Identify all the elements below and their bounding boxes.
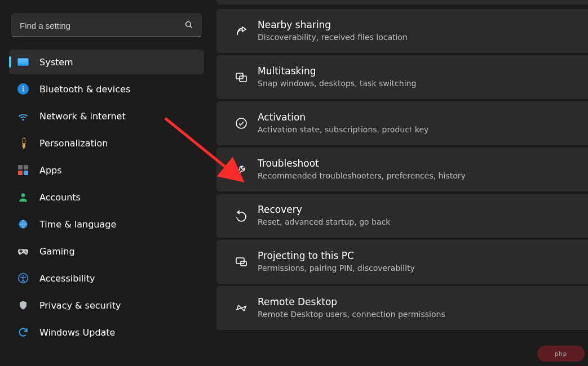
wifi-icon — [17, 110, 29, 122]
sidebar-item-label: Apps — [39, 165, 62, 176]
globe-clock-icon — [17, 218, 29, 230]
sidebar-item-label: Accounts — [39, 192, 81, 203]
card-activation[interactable]: Activation Activation state, subscriptio… — [216, 101, 588, 145]
apps-icon — [17, 164, 29, 176]
update-icon — [17, 326, 29, 338]
card-title: Troubleshoot — [258, 158, 466, 169]
sidebar-item-personalization[interactable]: 🖌 Personalization — [9, 131, 204, 155]
card-remote-desktop[interactable]: Remote Desktop Remote Desktop users, con… — [216, 286, 588, 330]
gamepad-icon — [17, 245, 29, 257]
card-title: Projecting to this PC — [258, 250, 415, 262]
sidebar-item-privacy-security[interactable]: Privacy & security — [9, 293, 204, 318]
card-troubleshoot[interactable]: Troubleshoot Recommended troubleshooters… — [216, 148, 588, 191]
card-recovery[interactable]: Recovery Reset, advanced startup, go bac… — [216, 194, 588, 238]
sidebar-item-label: System — [39, 57, 73, 68]
system-icon — [17, 56, 29, 68]
settings-app: System ⋮ Bluetooth & devices Network & i… — [0, 0, 588, 366]
bluetooth-icon: ⋮ — [17, 83, 29, 95]
accessibility-icon — [17, 272, 29, 284]
sidebar-nav: System ⋮ Bluetooth & devices Network & i… — [6, 47, 207, 347]
main-content: Nearby sharing Discoverability, received… — [214, 0, 588, 366]
search-input[interactable] — [20, 21, 180, 30]
share-icon — [229, 24, 253, 38]
sidebar-item-system[interactable]: System — [9, 50, 204, 74]
svg-point-5 — [23, 275, 24, 277]
shield-icon — [17, 299, 29, 311]
remote-icon — [229, 301, 253, 315]
card-title: Recovery — [258, 204, 390, 216]
watermark-text: php — [555, 351, 567, 357]
check-circle-icon — [229, 117, 253, 130]
svg-point-0 — [186, 21, 191, 26]
sidebar-item-label: Bluetooth & devices — [39, 84, 130, 95]
recovery-icon — [229, 209, 253, 222]
sidebar: System ⋮ Bluetooth & devices Network & i… — [0, 0, 214, 366]
sidebar-item-accessibility[interactable]: Accessibility — [9, 266, 204, 291]
card-desc: Reset, advanced startup, go back — [258, 217, 390, 227]
person-icon — [17, 191, 29, 203]
svg-rect-9 — [236, 258, 244, 264]
svg-point-8 — [236, 118, 246, 128]
search-field[interactable] — [11, 14, 202, 37]
card-nearby-sharing[interactable]: Nearby sharing Discoverability, received… — [216, 9, 588, 53]
card-title: Remote Desktop — [258, 296, 445, 308]
search-wrap — [6, 8, 207, 47]
sidebar-item-gaming[interactable]: Gaming — [9, 239, 204, 264]
sidebar-item-label: Network & internet — [39, 111, 126, 122]
sidebar-item-label: Accessibility — [39, 273, 95, 284]
card-desc: Activation state, subscriptions, product… — [258, 124, 428, 135]
windows-icon — [229, 70, 253, 84]
sidebar-item-label: Personalization — [39, 138, 108, 149]
paintbrush-icon: 🖌 — [14, 134, 32, 151]
watermark: php — [537, 346, 585, 361]
card-title: Multitasking — [258, 65, 416, 77]
card-desc: Recommended troubleshooters, preferences… — [258, 171, 466, 181]
svg-line-1 — [190, 26, 192, 28]
card-desc: Permissions, pairing PIN, discoverabilit… — [258, 263, 415, 274]
card-desc: Snap windows, desktops, task switching — [258, 78, 416, 89]
sidebar-item-accounts[interactable]: Accounts — [9, 185, 204, 209]
svg-point-2 — [21, 193, 25, 197]
sidebar-item-windows-update[interactable]: Windows Update — [9, 320, 204, 345]
sidebar-item-apps[interactable]: Apps — [9, 158, 204, 182]
card-title: Nearby sharing — [258, 19, 408, 31]
sidebar-item-time-language[interactable]: Time & language — [9, 212, 204, 236]
project-icon — [229, 255, 253, 269]
sidebar-item-network[interactable]: Network & internet — [9, 104, 204, 128]
card-multitasking[interactable]: Multitasking Snap windows, desktops, tas… — [216, 55, 588, 99]
sidebar-item-label: Time & language — [39, 219, 116, 230]
search-icon — [184, 20, 193, 31]
sidebar-item-bluetooth[interactable]: ⋮ Bluetooth & devices — [9, 77, 204, 101]
card-title: Activation — [258, 111, 428, 123]
card-projecting[interactable]: Projecting to this PC Permissions, pairi… — [216, 240, 588, 284]
sidebar-item-label: Gaming — [39, 246, 75, 257]
card-desc: Remote Desktop users, connection permiss… — [258, 309, 445, 320]
settings-card-list: Nearby sharing Discoverability, received… — [216, 0, 588, 330]
card-desc: Discoverability, received files location — [258, 32, 408, 43]
sidebar-item-label: Windows Update — [39, 327, 115, 338]
sidebar-item-label: Privacy & security — [39, 300, 121, 311]
wrench-icon — [229, 163, 253, 176]
card-peek-top — [216, 0, 588, 5]
